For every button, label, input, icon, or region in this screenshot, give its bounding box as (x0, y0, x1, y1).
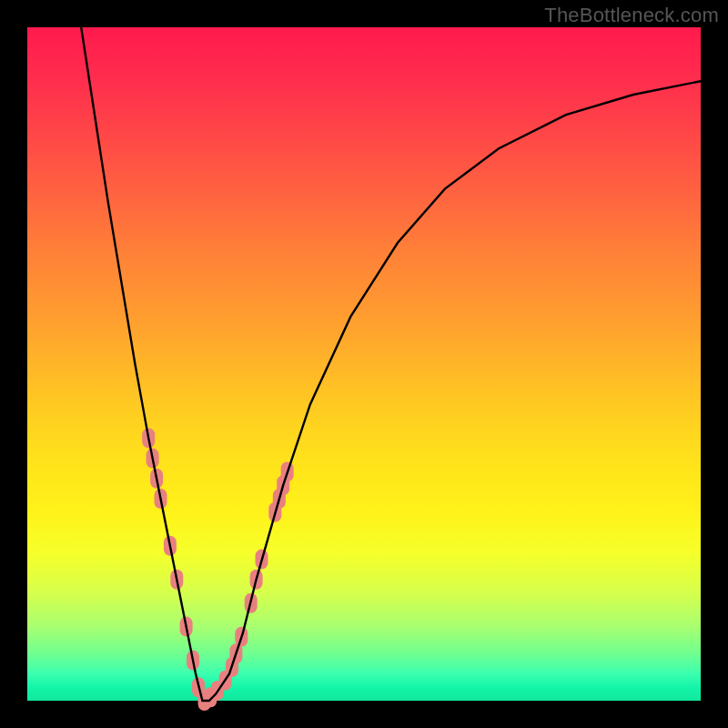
chart-svg (27, 27, 701, 701)
bottleneck-curve (81, 27, 701, 701)
marker-layer (142, 428, 293, 711)
attribution-text: TheBottleneck.com (544, 4, 719, 27)
plot-area (27, 27, 701, 701)
chart-frame: TheBottleneck.com (0, 0, 728, 728)
